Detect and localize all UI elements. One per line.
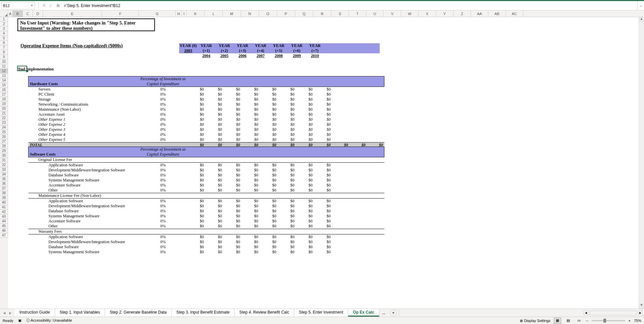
table-row[interactable]: Development/Middleware/Integration Softw… xyxy=(29,204,384,209)
table-row[interactable]: PC Client0%$0$0$0$0$0$0$0$0 xyxy=(29,92,384,97)
col-header-U[interactable]: U xyxy=(366,10,384,17)
row-header-27[interactable]: 27 xyxy=(0,139,8,144)
row-header-42[interactable]: 42 xyxy=(0,210,8,214)
col-header-A[interactable]: A xyxy=(8,10,13,17)
table-row[interactable]: Other Expense 50%$0$0$0$0$0$0$0$0 xyxy=(29,137,384,143)
sheet-tab[interactable]: Instruction Guide xyxy=(15,309,55,317)
row-header-10[interactable]: 10 xyxy=(0,59,8,64)
table-row[interactable]: Other0%$0$0$0$0$0$0$0$0 xyxy=(29,224,384,229)
row-header-38[interactable]: 38 xyxy=(0,191,8,196)
row-header-36[interactable]: 36 xyxy=(0,181,8,186)
col-header-R[interactable]: R xyxy=(313,10,331,17)
sheet-tab[interactable]: Step 1. Input Variables xyxy=(55,309,105,317)
row-header-18[interactable]: 18 xyxy=(0,97,8,102)
table-row[interactable]: Other0%$0$0$0$0$0$0$0$0 xyxy=(29,188,384,193)
table-row[interactable]: Database Software0%$0$0$0$0$0$0$0$0 xyxy=(29,173,384,178)
zoom-level[interactable]: 75% xyxy=(634,319,641,323)
normal-view-icon[interactable]: ▦ xyxy=(554,318,561,324)
col-header-Z[interactable]: Z xyxy=(453,10,471,17)
zoom-out-button[interactable]: − xyxy=(586,319,588,323)
tab-more-button[interactable]: ... xyxy=(379,311,388,315)
col-header-O[interactable]: O xyxy=(259,10,277,17)
table-row[interactable]: Development/Middleware/Integration Softw… xyxy=(29,168,384,173)
col-header-AA[interactable]: AA xyxy=(471,10,488,17)
sheet-tab[interactable]: Op Ex Calc xyxy=(348,309,379,317)
table-row[interactable]: Servers0%$0$0$0$0$0$0$0$0 xyxy=(29,87,384,92)
row-header-45[interactable]: 45 xyxy=(0,224,8,228)
col-header-E[interactable]: E xyxy=(43,10,102,17)
accessibility-status[interactable]: ⓘ Accessibility: Unavailable xyxy=(26,318,72,323)
row-header-34[interactable]: 34 xyxy=(0,172,8,177)
row-header-30[interactable]: 30 xyxy=(0,153,8,158)
col-header-S[interactable]: S xyxy=(331,10,349,17)
table-row[interactable]: Maintenance (Non-Labor)0%$0$0$0$0$0$0$0$… xyxy=(29,107,384,112)
row-header-16[interactable]: 16 xyxy=(0,88,8,92)
col-header-T[interactable]: T xyxy=(349,10,366,17)
row-header-3[interactable]: 3 xyxy=(0,26,8,31)
row-header-12[interactable]: 12 xyxy=(0,69,8,73)
row-header-14[interactable]: 14 xyxy=(0,78,8,83)
row-header-21[interactable]: 21 xyxy=(0,111,8,116)
fx-icon[interactable]: fx xyxy=(57,3,60,8)
row-header-37[interactable]: 37 xyxy=(0,186,8,191)
table-row[interactable]: Systems Management Software0%$0$0$0$0$0$… xyxy=(29,214,384,219)
table-row[interactable]: Accenture Software0%$0$0$0$0$0$0$0$0 xyxy=(29,219,384,224)
col-header-N[interactable]: N xyxy=(241,10,259,17)
table-row[interactable]: Database Software0%$0$0$0$0$0$0$0$0 xyxy=(29,209,384,214)
col-header-L[interactable]: L xyxy=(205,10,223,17)
col-header-Y[interactable]: Y xyxy=(436,10,453,17)
col-header-B[interactable]: B xyxy=(13,10,23,17)
row-header-31[interactable]: 31 xyxy=(0,158,8,163)
table-row[interactable]: Accenture Software0%$0$0$0$0$0$0$0$0 xyxy=(29,183,384,188)
row-header-23[interactable]: 23 xyxy=(0,120,8,125)
row-header-2[interactable]: 2 xyxy=(0,22,8,26)
col-header-G[interactable]: G xyxy=(139,10,176,17)
row-header-26[interactable]: 26 xyxy=(0,134,8,139)
row-header-35[interactable]: 35 xyxy=(0,177,8,181)
row-header-39[interactable]: 39 xyxy=(0,196,8,200)
zoom-in-button[interactable]: + xyxy=(629,319,631,323)
hscroll-track[interactable] xyxy=(590,311,637,315)
zoom-slider[interactable] xyxy=(592,320,625,321)
table-row[interactable]: Application Software0%$0$0$0$0$0$0$0$0 xyxy=(29,163,384,168)
table-row[interactable]: Systems Management Software0%$0$0$0$0$0$… xyxy=(29,250,384,255)
row-header-13[interactable]: 13 xyxy=(0,73,8,78)
col-header-X[interactable]: X xyxy=(419,10,436,17)
cancel-icon[interactable]: ✕ xyxy=(41,3,47,8)
row-header-11[interactable]: 11 xyxy=(0,64,8,69)
row-header-17[interactable]: 17 xyxy=(0,92,8,97)
row-header-46[interactable]: 46 xyxy=(0,228,8,233)
formula-expand-icon[interactable]: ⌄ xyxy=(637,1,644,10)
col-header-V[interactable]: V xyxy=(384,10,401,17)
page-break-view-icon[interactable]: ▭ xyxy=(575,318,583,324)
hscroll-left-icon[interactable]: ◄ xyxy=(584,311,588,315)
row-header-24[interactable]: 24 xyxy=(0,125,8,130)
table-row[interactable]: Application Software0%$0$0$0$0$0$0$0$0 xyxy=(29,234,384,240)
sheet-tab[interactable]: Step 5. Enter Investment xyxy=(294,309,348,317)
hscroll-right-icon[interactable]: ► xyxy=(638,311,643,315)
row-header-22[interactable]: 22 xyxy=(0,116,8,120)
macro-record-icon[interactable]: ▣ xyxy=(18,318,21,323)
col-header-I[interactable]: I xyxy=(182,10,186,17)
row-header-40[interactable]: 40 xyxy=(0,200,8,205)
display-settings-button[interactable]: 🖥 Display Settings xyxy=(519,319,550,323)
row-header-5[interactable]: 5 xyxy=(0,36,8,41)
table-row[interactable]: Application Software0%$0$0$0$0$0$0$0$0 xyxy=(29,199,384,204)
vertical-scrollbar[interactable]: ▲ ▼ xyxy=(639,17,644,309)
sheet-cells[interactable]: No User Input (Warning: Make changes in … xyxy=(8,17,644,309)
row-header-20[interactable]: 20 xyxy=(0,106,8,111)
col-header-AB[interactable]: AB xyxy=(488,10,506,17)
sheet-tab[interactable]: Step 4. Review Benefit Calc xyxy=(234,309,294,317)
col-header-D[interactable]: D xyxy=(33,10,43,17)
row-header-7[interactable]: 7 xyxy=(0,45,8,50)
row-header-4[interactable]: 4 xyxy=(0,31,8,36)
confirm-icon[interactable]: ✓ xyxy=(47,3,54,8)
col-header-K[interactable]: K xyxy=(186,10,205,17)
row-header-8[interactable]: 8 xyxy=(0,50,8,55)
row-header-1[interactable]: 1 xyxy=(0,17,8,22)
name-box-dropdown-icon[interactable]: ▼ xyxy=(31,4,33,7)
table-row[interactable]: Other Expense 30%$0$0$0$0$0$0$0$0 xyxy=(29,127,384,132)
row-header-6[interactable]: 6 xyxy=(0,41,8,45)
table-row[interactable]: Storage0%$0$0$0$0$0$0$0$0 xyxy=(29,97,384,102)
row-header-9[interactable]: 9 xyxy=(0,55,8,59)
